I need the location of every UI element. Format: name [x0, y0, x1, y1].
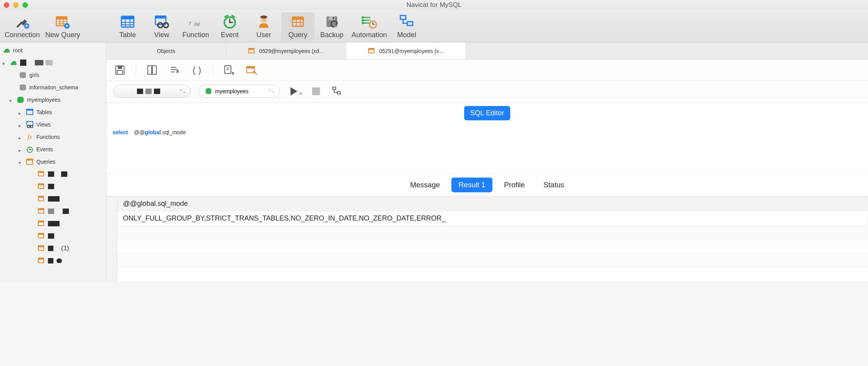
separator [213, 65, 213, 75]
tab-query-05291[interactable]: 05291@myemployees (x… [346, 43, 466, 59]
svg-text:(x): (x) [195, 21, 200, 26]
schema-button[interactable] [330, 85, 343, 98]
sidebar-db-girls[interactable]: girls [0, 69, 106, 81]
svg-rect-35 [362, 19, 364, 21]
query-file-icon [37, 207, 46, 215]
tab-objects[interactable]: Objects [106, 43, 226, 59]
connection-combo[interactable]: ⌃⌄ [113, 85, 191, 98]
disclosure-closed-icon[interactable] [19, 110, 23, 115]
sidebar-functions[interactable]: fx Functions [0, 131, 106, 143]
save-button[interactable] [113, 63, 126, 77]
user-icon [256, 14, 272, 29]
disclosure-closed-icon[interactable] [19, 135, 23, 139]
mysql-icon [2, 46, 11, 55]
view-icon [154, 14, 169, 29]
svg-rect-78 [148, 66, 152, 74]
run-dropdown[interactable]: ▾ [300, 91, 302, 96]
sidebar-db-myemployees[interactable]: myemployees [0, 94, 106, 106]
redacted-text [154, 89, 160, 94]
sidebar-tables[interactable]: Tables [0, 106, 106, 118]
grid-header-row: @@global.sql_mode [106, 197, 868, 211]
window-title: Navicat for MySQL [407, 1, 462, 9]
disclosure-open-icon[interactable] [2, 60, 7, 65]
view-small-icon [26, 120, 34, 129]
sidebar-queries[interactable]: Queries [0, 156, 106, 168]
parentheses-button[interactable]: ( ) [190, 63, 203, 77]
sql-editor[interactable]: select @@global.sql_mode [106, 123, 868, 174]
sidebar-query-item[interactable] [0, 255, 106, 267]
svg-rect-70 [38, 258, 44, 260]
sidebar-events[interactable]: Events [0, 143, 106, 156]
disclosure-open-icon[interactable] [9, 97, 14, 102]
sidebar-query-item[interactable] [0, 230, 106, 242]
window-controls [4, 2, 28, 8]
sidebar-query-item[interactable] [0, 180, 106, 193]
sidebar-connection-root[interactable]: root [0, 44, 106, 56]
disclosure-closed-icon[interactable] [19, 122, 23, 127]
function-button[interactable]: f(x) Function [179, 12, 212, 41]
redacted-text [56, 258, 62, 263]
user-button[interactable]: User [247, 12, 280, 41]
svg-rect-34 [362, 16, 364, 18]
svg-rect-88 [247, 67, 255, 68]
view-button[interactable]: View [145, 12, 178, 41]
grid-row-1[interactable]: ONLY_FULL_GROUP_BY,STRICT_TRANS_TABLES,N… [106, 211, 868, 226]
build-button[interactable] [245, 63, 258, 77]
model-button[interactable]: Model [390, 12, 423, 41]
close-window-button[interactable] [4, 2, 9, 8]
automation-button[interactable]: Automation [349, 12, 389, 41]
sidebar-db-information-schema[interactable]: information_schema [0, 81, 106, 94]
stop-button[interactable] [309, 85, 323, 98]
fullscreen-window-button[interactable] [22, 2, 28, 8]
svg-rect-58 [38, 184, 44, 185]
table-icon [120, 14, 135, 29]
backup-button[interactable]: Backup [315, 12, 349, 41]
grid-cell-r1-c1[interactable]: ONLY_FULL_GROUP_BY,STRICT_TRANS_TABLES,N… [118, 211, 446, 226]
grid-row-handle[interactable] [106, 211, 118, 226]
sql-keyword-global: global [145, 129, 161, 135]
result-tab-result1[interactable]: Result 1 [451, 178, 492, 192]
result-tab-status[interactable]: Status [537, 178, 571, 192]
connection-selector-row: ⌃⌄ myemployees ⌃⌄ ▾ [106, 81, 868, 103]
result-tab-profile[interactable]: Profile [497, 178, 532, 192]
mysql-icon [9, 58, 18, 67]
svg-rect-60 [38, 196, 44, 198]
svg-point-16 [158, 23, 163, 28]
export-button[interactable]: ▾ [222, 63, 236, 77]
function-icon: f(x) [188, 14, 203, 29]
main-toolbar: Connection New Query Table View f(x) Fun [0, 10, 868, 43]
grid-empty-row [106, 240, 868, 254]
sidebar-connection-redacted[interactable] [0, 56, 106, 69]
sidebar-views[interactable]: Views [0, 118, 106, 131]
query-file-icon [248, 47, 256, 55]
redacted-text [137, 89, 143, 94]
sql-rest: .sql_mode [161, 129, 186, 135]
database-combo[interactable]: myemployees ⌃⌄ [198, 85, 280, 98]
grid-header-col1[interactable]: @@global.sql_mode [118, 197, 446, 211]
explain-button[interactable] [145, 63, 159, 77]
format-button[interactable] [168, 63, 181, 77]
table-button[interactable]: Table [111, 12, 144, 41]
chevron-updown-icon: ⌃⌄ [179, 89, 186, 94]
tab-query-0529[interactable]: 0529@myemployees (xd… [226, 43, 346, 59]
sidebar-query-item[interactable] [0, 205, 106, 217]
event-label: Event [221, 31, 239, 39]
sql-editor-button[interactable]: SQL Editor [464, 106, 510, 120]
sidebar-query-item[interactable] [0, 193, 106, 205]
event-button[interactable]: Event [213, 12, 246, 41]
connection-button[interactable]: Connection [2, 12, 42, 41]
minimize-window-button[interactable] [13, 2, 19, 8]
sidebar-query-item[interactable] [0, 168, 106, 180]
sidebar-query-item[interactable]: (1) [0, 242, 106, 255]
grid-row-handle [106, 240, 117, 253]
run-button[interactable] [287, 85, 301, 98]
svg-rect-47 [27, 121, 33, 125]
new-query-button[interactable]: New Query [43, 12, 82, 41]
query-button[interactable]: Query [281, 12, 314, 41]
disclosure-closed-icon[interactable] [19, 147, 23, 152]
disclosure-open-icon[interactable] [19, 159, 23, 164]
automation-icon [362, 14, 377, 29]
result-tab-message[interactable]: Message [403, 178, 447, 192]
sidebar-root-label: root [13, 47, 22, 53]
sidebar-query-item[interactable] [0, 217, 106, 230]
